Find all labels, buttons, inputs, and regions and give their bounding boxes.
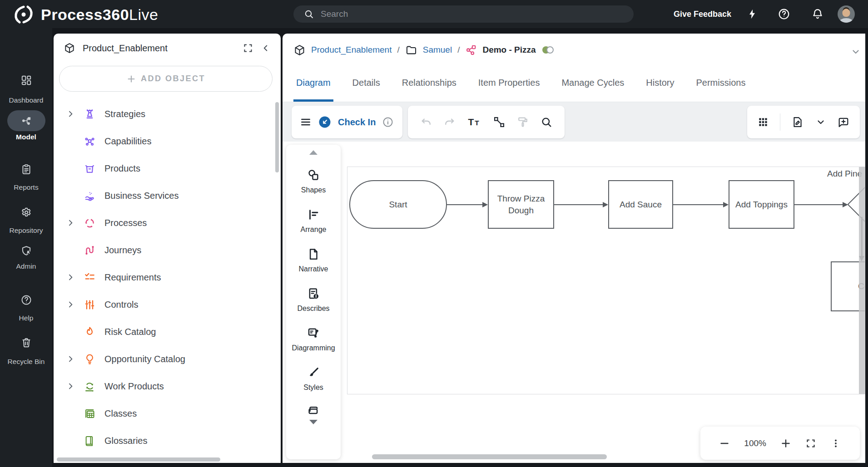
tree-item-work-products[interactable]: Work Products (54, 373, 281, 400)
logo-text: Process360Live (41, 6, 158, 24)
undo-button[interactable] (420, 116, 432, 128)
rail-item-label: Repository (9, 226, 43, 235)
give-feedback-button[interactable]: Give Feedback (674, 0, 731, 28)
tree-item-processes[interactable]: Processes (54, 209, 281, 236)
chevron-right-icon[interactable] (64, 109, 76, 118)
zoom-out-button[interactable] (719, 438, 730, 449)
tree-item-label: Processes (104, 218, 147, 228)
node-add-toppings[interactable]: Add Toppings (729, 180, 794, 229)
node-add-sauce[interactable]: Add Sauce (608, 180, 673, 229)
rail-item-help[interactable]: Help (0, 293, 52, 322)
tree-item-journeys[interactable]: Journeys (54, 236, 281, 264)
tab-item-properties[interactable]: Item Properties (467, 64, 551, 102)
palette-item-styles[interactable]: Styles (303, 366, 323, 392)
tree-item-strategies[interactable]: Strategies (54, 100, 281, 128)
shape-palette: ShapesArrangeNarrativeDescribesDiagrammi… (286, 145, 341, 459)
diagram-menu-button[interactable] (300, 116, 312, 128)
tree-item-label: Classes (104, 408, 137, 419)
grid-icon (757, 116, 769, 128)
check-in-icon[interactable] (318, 115, 332, 129)
tree-item-capabilities[interactable]: Capabilities (54, 128, 281, 155)
breadcrumb-folder-link[interactable]: Samuel (423, 45, 452, 55)
node-throw-pizza-dough[interactable]: Throw Pizza Dough (488, 180, 554, 229)
help-button[interactable] (775, 0, 793, 28)
tree-item-classes[interactable]: Classes (54, 400, 281, 427)
zoom-in-button[interactable] (780, 438, 791, 449)
palette-item-describes[interactable]: Describes (297, 287, 329, 313)
edit-document-button[interactable] (791, 116, 804, 128)
palette-scroll-down-button[interactable] (309, 420, 317, 424)
rail-item-model[interactable]: Model (0, 114, 52, 141)
search-icon (303, 9, 314, 20)
tree-item-label: Products (104, 163, 140, 174)
palette-item-diagramming[interactable]: Diagramming (292, 326, 335, 352)
tab-diagram[interactable]: Diagram (285, 64, 342, 102)
search-input[interactable]: Search (293, 5, 634, 23)
info-icon[interactable] (382, 116, 394, 128)
chevron-right-icon[interactable] (64, 354, 76, 364)
fit-screen-button[interactable] (805, 438, 816, 449)
plus-icon (126, 74, 136, 84)
tree-item-controls[interactable]: Controls (54, 291, 281, 318)
tab-manage-cycles[interactable]: Manage Cycles (551, 64, 635, 102)
document-options-button[interactable] (815, 117, 826, 128)
chevron-right-icon[interactable] (64, 300, 76, 309)
svg-text:T: T (475, 119, 480, 127)
tab-relationships[interactable]: Relationships (391, 64, 467, 102)
tree-item-label: Glossaries (104, 436, 147, 446)
check-in-button[interactable]: Check In (338, 117, 376, 128)
grid-view-button[interactable] (757, 116, 769, 128)
palette-item-narrative[interactable]: Narrative (299, 247, 328, 273)
add-object-button[interactable]: ADD OBJECT (59, 66, 273, 92)
rail-item-dashboard[interactable]: Dashboard (0, 74, 52, 104)
tab-details[interactable]: Details (342, 64, 391, 102)
variant-toggle-icon[interactable] (542, 46, 554, 54)
diagram-search-button[interactable] (540, 116, 553, 128)
tree-item-requirements[interactable]: Requirements (54, 264, 281, 291)
tab-permissions[interactable]: Permissions (685, 64, 756, 102)
rail-item-reports[interactable]: Reports (0, 162, 52, 192)
tab-history[interactable]: History (635, 64, 685, 102)
palette-item-shapes[interactable]: Shapes (301, 168, 326, 194)
format-painter-button[interactable] (516, 116, 529, 128)
arrange-icon (307, 208, 320, 221)
quick-actions-button[interactable] (743, 0, 761, 28)
chevron-right-icon[interactable] (64, 382, 76, 391)
redo-button[interactable] (443, 116, 456, 128)
notifications-button[interactable] (808, 0, 827, 28)
explorer-vertical-scrollbar[interactable] (275, 102, 279, 172)
document-edit-icon (791, 116, 804, 128)
tree-item-risk-catalog[interactable]: Risk Catalog (54, 318, 281, 345)
canvas-vertical-scrollbar[interactable] (859, 167, 865, 394)
palette-item-arrange[interactable]: Arrange (301, 208, 327, 234)
canvas-horizontal-scrollbar[interactable] (372, 454, 607, 459)
tree-item-opportunity-catalog[interactable]: Opportunity Catalog (54, 345, 281, 373)
text-tool-button[interactable]: TT (467, 115, 481, 129)
chevron-right-icon[interactable] (64, 218, 76, 227)
layers-icon[interactable] (307, 403, 320, 417)
collapse-panel-button[interactable] (261, 43, 271, 53)
collapse-header-button[interactable] (850, 46, 861, 57)
more-options-button[interactable] (830, 438, 841, 449)
help-icon (20, 293, 32, 307)
rail-item-repository[interactable]: Repository (0, 206, 52, 235)
node-start[interactable]: Start (349, 180, 447, 229)
palette-scroll-up-button[interactable] (309, 150, 317, 155)
diagram-canvas[interactable]: Add Pine Start Throw Pizza Dough Add Sau… (347, 167, 865, 394)
expand-panel-button[interactable] (243, 43, 253, 54)
rail-item-recycle-bin[interactable]: Recycle Bin (0, 336, 52, 366)
tree-item-glossaries[interactable]: Glossaries (54, 427, 281, 454)
rail-item-admin[interactable]: Admin (0, 244, 52, 270)
capabilities-icon (83, 135, 96, 147)
chevron-right-icon[interactable] (64, 273, 76, 282)
tree-item-products[interactable]: Products (54, 155, 281, 182)
user-avatar[interactable] (838, 5, 855, 23)
breadcrumb-root-link[interactable]: Product_Enablement (311, 45, 392, 55)
connector-tool-button[interactable] (493, 116, 506, 128)
controls-icon (83, 299, 96, 311)
tree-item-business-services[interactable]: Business Services (54, 182, 281, 209)
toolbar-divider (780, 113, 780, 131)
explorer-horizontal-scrollbar[interactable] (57, 457, 220, 462)
add-comment-button[interactable] (837, 116, 850, 128)
minus-icon (719, 438, 730, 449)
